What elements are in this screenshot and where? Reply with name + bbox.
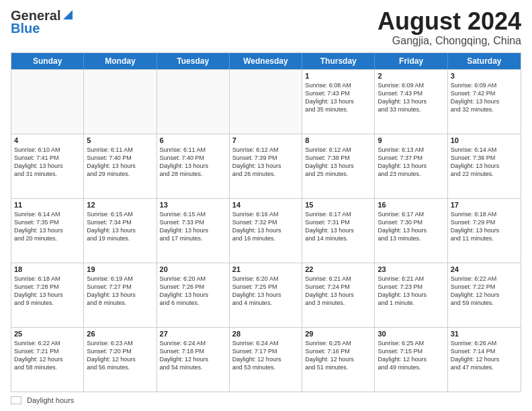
cal-cell: 3Sunrise: 6:09 AM Sunset: 7:42 PM Daylig…: [448, 70, 521, 134]
cal-cell: 27Sunrise: 6:24 AM Sunset: 7:18 PM Dayli…: [157, 328, 230, 392]
cell-date: 11: [14, 201, 81, 209]
cell-info: Sunrise: 6:10 AM Sunset: 7:41 PM Dayligh…: [14, 146, 81, 179]
cell-date: 25: [14, 330, 81, 338]
cal-cell: 22Sunrise: 6:21 AM Sunset: 7:24 PM Dayli…: [302, 263, 375, 327]
cell-date: 13: [160, 201, 226, 209]
cell-info: Sunrise: 6:26 AM Sunset: 7:14 PM Dayligh…: [451, 339, 518, 372]
cell-info: Sunrise: 6:25 AM Sunset: 7:15 PM Dayligh…: [378, 339, 444, 372]
cal-cell: 17Sunrise: 6:18 AM Sunset: 7:29 PM Dayli…: [448, 199, 521, 263]
logo-triangle-icon: [62, 9, 74, 21]
cell-date: 9: [378, 136, 444, 144]
cell-date: 22: [305, 265, 371, 273]
cal-cell: 19Sunrise: 6:19 AM Sunset: 7:27 PM Dayli…: [84, 263, 157, 327]
cell-info: Sunrise: 6:14 AM Sunset: 7:36 PM Dayligh…: [451, 146, 518, 179]
cell-info: Sunrise: 6:18 AM Sunset: 7:28 PM Dayligh…: [14, 275, 81, 308]
cal-cell: [84, 70, 157, 134]
cell-info: Sunrise: 6:12 AM Sunset: 7:38 PM Dayligh…: [305, 146, 371, 179]
cell-info: Sunrise: 6:22 AM Sunset: 7:22 PM Dayligh…: [451, 275, 518, 308]
cell-date: 10: [451, 136, 518, 144]
calendar-header-row: SundayMondayTuesdayWednesdayThursdayFrid…: [11, 53, 521, 69]
cell-date: 16: [378, 201, 444, 209]
title-block: August 2024 Gangjia, Chongqing, China: [378, 8, 521, 47]
cal-header-monday: Monday: [84, 53, 157, 69]
calendar-body: 1Sunrise: 6:08 AM Sunset: 7:43 PM Daylig…: [11, 69, 521, 392]
cell-info: Sunrise: 6:11 AM Sunset: 7:40 PM Dayligh…: [160, 146, 226, 179]
cell-date: 31: [451, 330, 518, 338]
cal-cell: 11Sunrise: 6:14 AM Sunset: 7:35 PM Dayli…: [11, 199, 84, 263]
cell-info: Sunrise: 6:21 AM Sunset: 7:24 PM Dayligh…: [305, 275, 371, 308]
cell-info: Sunrise: 6:20 AM Sunset: 7:26 PM Dayligh…: [160, 275, 226, 308]
daylight-legend-box: [11, 396, 21, 404]
cal-cell: 9Sunrise: 6:13 AM Sunset: 7:37 PM Daylig…: [375, 134, 447, 198]
cell-info: Sunrise: 6:24 AM Sunset: 7:17 PM Dayligh…: [232, 339, 299, 372]
cell-date: 15: [305, 201, 371, 209]
cal-header-friday: Friday: [375, 53, 447, 69]
calendar-location: Gangjia, Chongqing, China: [378, 35, 521, 47]
cell-date: 29: [305, 330, 371, 338]
cell-info: Sunrise: 6:12 AM Sunset: 7:39 PM Dayligh…: [232, 146, 299, 179]
cal-cell: 30Sunrise: 6:25 AM Sunset: 7:15 PM Dayli…: [375, 328, 447, 392]
cal-header-sunday: Sunday: [11, 53, 84, 69]
cell-date: 19: [87, 265, 153, 273]
logo-blue-text: Blue: [11, 21, 40, 36]
cell-info: Sunrise: 6:18 AM Sunset: 7:29 PM Dayligh…: [451, 210, 518, 243]
cal-cell: [230, 70, 302, 134]
page: General Blue August 2024 Gangjia, Chongq…: [0, 0, 532, 411]
cell-date: 12: [87, 201, 153, 209]
cal-week-3: 11Sunrise: 6:14 AM Sunset: 7:35 PM Dayli…: [11, 198, 521, 263]
cell-date: 26: [87, 330, 153, 338]
cell-date: 4: [14, 136, 81, 144]
cal-cell: 28Sunrise: 6:24 AM Sunset: 7:17 PM Dayli…: [230, 328, 302, 392]
cell-info: Sunrise: 6:15 AM Sunset: 7:33 PM Dayligh…: [160, 210, 226, 243]
cal-cell: 8Sunrise: 6:12 AM Sunset: 7:38 PM Daylig…: [302, 134, 375, 198]
cal-cell: 1Sunrise: 6:08 AM Sunset: 7:43 PM Daylig…: [302, 70, 375, 134]
cal-cell: 7Sunrise: 6:12 AM Sunset: 7:39 PM Daylig…: [230, 134, 302, 198]
cal-week-4: 18Sunrise: 6:18 AM Sunset: 7:28 PM Dayli…: [11, 263, 521, 327]
cell-date: 14: [232, 201, 299, 209]
calendar-title: August 2024: [378, 8, 521, 35]
cell-info: Sunrise: 6:22 AM Sunset: 7:21 PM Dayligh…: [14, 339, 81, 372]
cell-info: Sunrise: 6:24 AM Sunset: 7:18 PM Dayligh…: [160, 339, 226, 372]
cell-info: Sunrise: 6:23 AM Sunset: 7:20 PM Dayligh…: [87, 339, 153, 372]
cell-date: 17: [451, 201, 518, 209]
cal-cell: 10Sunrise: 6:14 AM Sunset: 7:36 PM Dayli…: [448, 134, 521, 198]
cal-cell: [11, 70, 84, 134]
cal-cell: 18Sunrise: 6:18 AM Sunset: 7:28 PM Dayli…: [11, 263, 84, 327]
daylight-label: Daylight hours: [27, 396, 74, 404]
cal-cell: 25Sunrise: 6:22 AM Sunset: 7:21 PM Dayli…: [11, 328, 84, 392]
cell-date: 5: [87, 136, 153, 144]
cal-cell: 13Sunrise: 6:15 AM Sunset: 7:33 PM Dayli…: [157, 199, 230, 263]
cell-info: Sunrise: 6:17 AM Sunset: 7:30 PM Dayligh…: [378, 210, 444, 243]
cell-info: Sunrise: 6:25 AM Sunset: 7:16 PM Dayligh…: [305, 339, 371, 372]
cell-info: Sunrise: 6:17 AM Sunset: 7:31 PM Dayligh…: [305, 210, 371, 243]
cell-date: 30: [378, 330, 444, 338]
cal-cell: 21Sunrise: 6:20 AM Sunset: 7:25 PM Dayli…: [230, 263, 302, 327]
cal-cell: 23Sunrise: 6:21 AM Sunset: 7:23 PM Dayli…: [375, 263, 447, 327]
cell-date: 23: [378, 265, 444, 273]
footer: Daylight hours: [11, 396, 521, 404]
cal-cell: 2Sunrise: 6:09 AM Sunset: 7:43 PM Daylig…: [375, 70, 447, 134]
cell-date: 8: [305, 136, 371, 144]
header: General Blue August 2024 Gangjia, Chongq…: [11, 8, 521, 47]
cell-info: Sunrise: 6:08 AM Sunset: 7:43 PM Dayligh…: [305, 81, 371, 114]
cal-header-saturday: Saturday: [448, 53, 521, 69]
cell-info: Sunrise: 6:16 AM Sunset: 7:32 PM Dayligh…: [232, 210, 299, 243]
cal-week-1: 1Sunrise: 6:08 AM Sunset: 7:43 PM Daylig…: [11, 69, 521, 134]
cell-info: Sunrise: 6:19 AM Sunset: 7:27 PM Dayligh…: [87, 275, 153, 308]
cell-info: Sunrise: 6:20 AM Sunset: 7:25 PM Dayligh…: [232, 275, 299, 308]
cal-cell: 15Sunrise: 6:17 AM Sunset: 7:31 PM Dayli…: [302, 199, 375, 263]
cell-info: Sunrise: 6:11 AM Sunset: 7:40 PM Dayligh…: [87, 146, 153, 179]
cal-week-5: 25Sunrise: 6:22 AM Sunset: 7:21 PM Dayli…: [11, 327, 521, 392]
cal-cell: 4Sunrise: 6:10 AM Sunset: 7:41 PM Daylig…: [11, 134, 84, 198]
cal-cell: 14Sunrise: 6:16 AM Sunset: 7:32 PM Dayli…: [230, 199, 302, 263]
cell-date: 28: [232, 330, 299, 338]
cal-cell: [157, 70, 230, 134]
cell-date: 3: [451, 72, 518, 80]
cal-header-thursday: Thursday: [302, 53, 375, 69]
cal-cell: 5Sunrise: 6:11 AM Sunset: 7:40 PM Daylig…: [84, 134, 157, 198]
cal-cell: 12Sunrise: 6:15 AM Sunset: 7:34 PM Dayli…: [84, 199, 157, 263]
cal-cell: 31Sunrise: 6:26 AM Sunset: 7:14 PM Dayli…: [448, 328, 521, 392]
cal-header-tuesday: Tuesday: [157, 53, 230, 69]
cell-info: Sunrise: 6:14 AM Sunset: 7:35 PM Dayligh…: [14, 210, 81, 243]
cal-cell: 29Sunrise: 6:25 AM Sunset: 7:16 PM Dayli…: [302, 328, 375, 392]
